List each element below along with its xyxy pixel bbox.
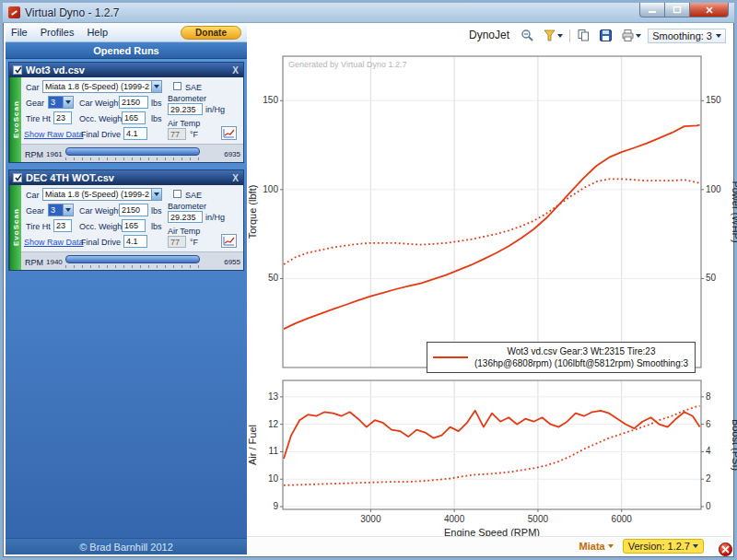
rpm-slider[interactable] [65, 255, 200, 263]
run-close-icon[interactable]: X [231, 173, 240, 183]
rpm-max-value: 6955 [224, 258, 240, 266]
menu-file[interactable]: File [11, 27, 28, 38]
tire-height-input[interactable] [53, 111, 72, 124]
toolbar-separator [569, 29, 570, 42]
rpm-max-value: 6935 [224, 150, 240, 158]
statusbar: Miata Version: 1.2.7 [247, 536, 731, 554]
gear-combo[interactable]: 3 [48, 96, 74, 109]
occupant-weight-input[interactable] [122, 219, 146, 232]
svg-text:8: 8 [706, 391, 711, 402]
barometer-input[interactable] [168, 211, 203, 223]
run-header[interactable]: DEC 4TH WOT.csv X [9, 170, 243, 185]
car-weight-label: Car Weight [79, 206, 121, 216]
air-temp-input[interactable] [168, 128, 186, 140]
donate-button[interactable]: Donate [181, 26, 241, 40]
final-drive-input[interactable] [123, 127, 147, 140]
occupant-weight-label: Occ. Weight [79, 222, 124, 231]
car-weight-input[interactable] [119, 96, 148, 109]
run-title: DEC 4TH WOT.csv [26, 172, 228, 183]
menu-profiles[interactable]: Profiles [41, 27, 75, 38]
svg-text:50: 50 [706, 273, 717, 283]
run-enabled-checkbox[interactable] [13, 65, 22, 75]
menubar: File Profiles Help Donate [6, 23, 247, 42]
gear-combo-value: 3 [49, 97, 63, 108]
chevron-down-icon [63, 204, 73, 216]
chevron-down-icon [608, 544, 614, 548]
svg-text:100: 100 [263, 184, 278, 194]
minimize-button[interactable] [639, 3, 665, 18]
menu-help[interactable]: Help [87, 27, 108, 38]
af-boost-chart: 910111213024683000400050006000Engine Spe… [247, 377, 737, 539]
copy-icon[interactable] [575, 27, 592, 44]
torque-power-chart: 5010015050100150Torque (lbft)Power (WHP)… [247, 47, 737, 371]
show-raw-data-link[interactable]: Show Raw Data [24, 130, 84, 139]
zoom-icon[interactable] [519, 27, 536, 44]
chevron-down-icon [63, 97, 73, 108]
print-icon[interactable] [619, 27, 643, 44]
svg-text:6: 6 [706, 419, 711, 429]
alert-close-icon[interactable] [719, 542, 732, 556]
save-icon[interactable] [597, 27, 614, 44]
legend-text: Wot3 vd.csv Gear:3 Wt:2315 Tire:23 (136h… [474, 345, 689, 369]
sae-checkbox[interactable] [173, 82, 181, 90]
copyright-text: © Brad Barnhill 2012 [6, 538, 247, 554]
filter-icon[interactable] [541, 27, 565, 44]
svg-text:Air / Fuel: Air / Fuel [247, 425, 258, 465]
smoothing-control[interactable]: Smoothing: 3 [648, 29, 726, 43]
tire-height-label: Tire Ht [26, 222, 51, 231]
maximize-button[interactable] [665, 3, 690, 18]
final-drive-label: Final Drive [81, 238, 121, 247]
show-raw-data-link[interactable]: Show Raw Data [24, 238, 84, 247]
car-combo[interactable]: Miata 1.8 (5-Speed) (1999-2 [42, 80, 162, 93]
car-combo[interactable]: Miata 1.8 (5-Speed) (1999-2 [42, 188, 162, 201]
car-combo-value: Miata 1.8 (5-Speed) (1999-2 [43, 189, 151, 200]
sidebar-spacer [6, 274, 247, 538]
titlebar[interactable]: Virtual Dyno - 1.2.7 [3, 3, 734, 23]
smoothing-label: Smoothing: 3 [652, 30, 712, 41]
version-selector[interactable]: Version: 1.2.7 [623, 539, 704, 554]
graph-icon[interactable] [221, 234, 237, 248]
version-label: Version: 1.2.7 [628, 541, 690, 552]
run-header[interactable]: Wot3 vd.csv X [9, 63, 243, 77]
occupant-weight-input[interactable] [122, 111, 146, 124]
air-temp-input[interactable] [168, 236, 186, 248]
car-selector[interactable]: Miata [579, 541, 614, 552]
svg-text:13: 13 [268, 391, 279, 402]
rpm-slider-ticks [65, 265, 200, 268]
legend-line2: (136hp@6808rpm) (106lbft@5812rpm) Smooth… [474, 357, 689, 369]
app-icon [8, 6, 20, 18]
air-temp-label: Air Temp [168, 119, 200, 128]
sae-checkbox[interactable] [173, 190, 181, 198]
svg-text:Boost (PSI): Boost (PSI) [731, 419, 737, 471]
barometer-input[interactable] [168, 103, 203, 115]
svg-text:11: 11 [269, 446, 279, 456]
final-drive-label: Final Drive [81, 130, 121, 139]
final-drive-input[interactable] [123, 235, 147, 248]
run-enabled-checkbox[interactable] [13, 173, 22, 182]
run-body: EvoScan Car Miata 1.8 (5-Speed) (1999-2 … [9, 77, 243, 162]
run-close-icon[interactable]: X [231, 65, 240, 76]
window-controls [639, 3, 729, 18]
rpm-slider[interactable] [65, 147, 200, 156]
occupant-weight-label: Occ. Weight [79, 114, 124, 123]
close-button[interactable] [690, 3, 729, 18]
app-window: Virtual Dyno - 1.2.7 File Profiles Help … [0, 0, 737, 560]
svg-text:10: 10 [268, 473, 279, 484]
tire-height-label: Tire Ht [26, 114, 51, 123]
svg-text:Power (WHP): Power (WHP) [731, 181, 737, 242]
window-content: File Profiles Help Donate Opened Runs Wo… [6, 23, 731, 554]
gear-combo[interactable]: 3 [48, 204, 74, 216]
barometer-unit: in/Hg [205, 213, 225, 222]
graph-icon[interactable] [221, 126, 237, 140]
run-card: Wot3 vd.csv X EvoScan Car Miata 1.8 (5-S… [8, 62, 244, 163]
svg-text:2: 2 [706, 473, 711, 484]
tire-height-input[interactable] [53, 219, 72, 232]
barometer-unit: in/Hg [205, 105, 225, 114]
svg-text:50: 50 [268, 273, 279, 283]
car-weight-input[interactable] [119, 204, 148, 216]
svg-text:Generated by Virtual Dyno 1.2.: Generated by Virtual Dyno 1.2.7 [288, 60, 406, 69]
car-weight-unit: lbs [151, 206, 162, 216]
chart-legend: Wot3 vd.csv Gear:3 Wt:2315 Tire:23 (136h… [427, 342, 696, 373]
chart-panel: DynoJet Smoothing: 3 5010015050100150Tor… [247, 23, 731, 554]
opened-runs-header: Opened Runs [6, 42, 247, 59]
